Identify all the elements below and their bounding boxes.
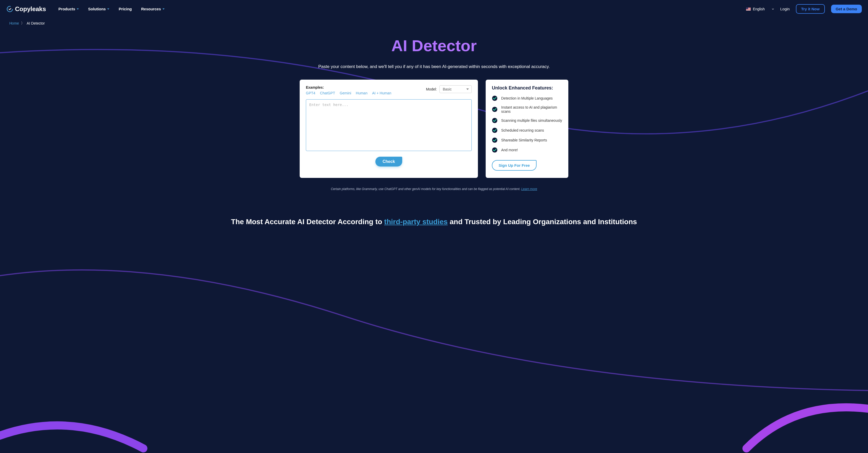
- detector-panel: Examples: GPT4 ChatGPT Gemini Human AI +…: [300, 80, 478, 178]
- svg-point-0: [7, 6, 13, 11]
- svg-rect-6: [746, 10, 751, 10]
- feature-item: Scheduled recurring scans: [492, 128, 562, 133]
- breadcrumb-current: AI Detector: [27, 21, 45, 25]
- nav-resources[interactable]: Resources: [141, 7, 164, 11]
- get-a-demo-button[interactable]: Get a Demo: [831, 5, 862, 13]
- nav-solutions[interactable]: Solutions: [88, 7, 109, 11]
- check-icon: [492, 95, 498, 101]
- content-input[interactable]: [306, 99, 472, 151]
- example-gpt4[interactable]: GPT4: [306, 91, 315, 95]
- nav-products[interactable]: Products: [58, 7, 79, 11]
- logo-icon: [6, 5, 13, 13]
- nav: Products Solutions Pricing Resources: [58, 7, 164, 11]
- check-icon: [492, 128, 498, 133]
- example-chatgpt[interactable]: ChatGPT: [320, 91, 335, 95]
- breadcrumb-separator: 〉: [21, 21, 25, 26]
- model-label: Model:: [426, 87, 437, 91]
- svg-rect-8: [746, 7, 748, 9]
- feature-item: And more!: [492, 147, 562, 153]
- feature-item: Detection in Multiple Languages: [492, 95, 562, 101]
- third-party-studies-link[interactable]: third-party studies: [384, 218, 448, 226]
- example-gemini[interactable]: Gemini: [340, 91, 351, 95]
- caret-down-icon: [77, 8, 79, 10]
- check-icon: [492, 147, 498, 153]
- breadcrumb-home[interactable]: Home: [9, 21, 19, 25]
- features-title: Unlock Enhanced Features:: [492, 85, 562, 91]
- example-ai-human[interactable]: AI + Human: [372, 91, 391, 95]
- caret-down-icon: [162, 8, 164, 10]
- check-icon: [492, 107, 498, 112]
- logo[interactable]: Copyleaks: [6, 5, 46, 13]
- example-human[interactable]: Human: [356, 91, 367, 95]
- caret-down-icon: [107, 8, 109, 10]
- check-icon: [492, 137, 498, 143]
- language-selector[interactable]: English: [746, 7, 774, 11]
- feature-item: Instant access to AI and plagiarism scan…: [492, 105, 562, 114]
- flag-us-icon: [746, 7, 751, 10]
- feature-list: Detection in Multiple LanguagesInstant a…: [492, 95, 562, 153]
- page-title: AI Detector: [5, 36, 863, 55]
- hero: AI Detector Paste your content below, an…: [0, 29, 868, 80]
- sign-up-button[interactable]: Sign Up For Free: [492, 160, 536, 171]
- model-select[interactable]: Basic: [439, 85, 472, 93]
- chevron-down-icon: [772, 8, 774, 10]
- header: Copyleaks Products Solutions Pricing Res…: [0, 0, 868, 18]
- learn-more-link[interactable]: Learn more: [521, 187, 537, 191]
- nav-pricing[interactable]: Pricing: [119, 7, 132, 11]
- login-link[interactable]: Login: [780, 7, 790, 11]
- disclaimer-note: Certain platforms, like Grammarly, use C…: [0, 187, 868, 191]
- breadcrumb: Home 〉 AI Detector: [0, 18, 868, 29]
- logo-text: Copyleaks: [15, 5, 46, 13]
- check-button[interactable]: Check: [375, 157, 402, 167]
- bottom-section: The Most Accurate AI Detector According …: [0, 217, 868, 227]
- feature-item: Shareable Similarity Reports: [492, 137, 562, 143]
- features-panel: Unlock Enhanced Features: Detection in M…: [486, 80, 568, 178]
- examples-label: Examples:: [306, 85, 392, 89]
- try-it-now-button[interactable]: Try it Now: [796, 4, 825, 14]
- check-icon: [492, 118, 498, 123]
- feature-item: Scanning multiple files simultaneously: [492, 118, 562, 123]
- page-subtitle: Paste your content below, and we'll tell…: [5, 64, 863, 69]
- bottom-title: The Most Accurate AI Detector According …: [5, 217, 863, 227]
